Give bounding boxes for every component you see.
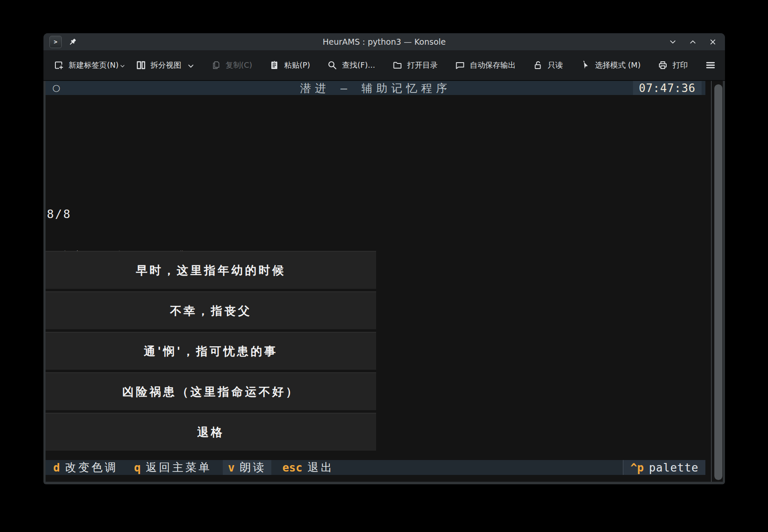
toolbar-label: 打开目录 bbox=[407, 60, 438, 70]
toolbar-button-copy[interactable]: 复制(C) bbox=[211, 60, 253, 70]
key-hint: q bbox=[134, 461, 141, 474]
footer-key-esc[interactable]: esc 退出 bbox=[277, 460, 339, 475]
toolbar-label: 拆分视图 bbox=[151, 60, 181, 70]
key-hint: v bbox=[228, 461, 235, 474]
option-button-2[interactable]: 不幸，指丧父 bbox=[46, 291, 376, 329]
output-bubble-icon bbox=[455, 60, 465, 70]
key-label: palette bbox=[649, 461, 699, 474]
footer-key-palette[interactable]: ^p palette bbox=[624, 460, 705, 475]
footer-key-d[interactable]: d 改变色调 bbox=[48, 460, 123, 475]
copy-icon bbox=[211, 60, 221, 70]
split-view-icon bbox=[136, 60, 146, 70]
toolbar-button-select-mode[interactable]: 选择模式 (M) bbox=[580, 60, 641, 70]
new-tab-icon bbox=[54, 60, 64, 70]
option-button-1[interactable]: 早时，这里指年幼的时候 bbox=[46, 251, 376, 289]
desktop-background: > HeurAMS : python3 — Konsole bbox=[0, 0, 768, 532]
footer-key-v[interactable]: v 朗读 bbox=[223, 460, 271, 475]
toolbar: 新建标签页(N) 拆分视图 bbox=[43, 50, 725, 81]
app-header: ○ 潜进 – 辅助记忆程序 07:47:36 bbox=[46, 81, 705, 95]
hamburger-menu-icon[interactable] bbox=[705, 60, 716, 71]
toolbar-label: 复制(C) bbox=[226, 60, 253, 70]
folder-icon bbox=[392, 60, 403, 70]
toolbar-button-open-directory[interactable]: 打开目录 bbox=[392, 60, 438, 70]
toolbar-label: 查找(F)... bbox=[342, 60, 375, 70]
window-titlebar[interactable]: > HeurAMS : python3 — Konsole bbox=[43, 33, 725, 50]
toolbar-button-split-view[interactable]: 拆分视图 bbox=[136, 60, 194, 70]
scrollbar-thumb[interactable] bbox=[714, 84, 722, 480]
toolbar-label: 选择模式 (M) bbox=[595, 60, 641, 70]
option-button-3[interactable]: 通'悯'，指可忧患的事 bbox=[46, 332, 376, 370]
key-hint: ^p bbox=[630, 461, 644, 474]
app-title: 潜进 – 辅助记忆程序 bbox=[46, 81, 705, 95]
toolbar-label: 粘贴(P) bbox=[284, 60, 310, 70]
konsole-app-icon[interactable]: > bbox=[49, 36, 62, 48]
toolbar-button-paste[interactable]: 粘贴(P) bbox=[269, 60, 310, 70]
maximize-button[interactable] bbox=[689, 38, 696, 46]
terminal-viewport: ○ 潜进 – 辅助记忆程序 07:47:36 8/8 臣密言：臣以险衅，夙遭闵凶… bbox=[46, 81, 723, 482]
key-hint: esc bbox=[282, 461, 302, 474]
key-label: 返回主菜单 bbox=[146, 460, 212, 475]
toolbar-button-read-only[interactable]: 只读 bbox=[533, 60, 563, 70]
footer-key-q[interactable]: q 返回主菜单 bbox=[129, 460, 217, 475]
window-title: HeurAMS : python3 — Konsole bbox=[129, 37, 640, 46]
toolbar-label: 打印 bbox=[673, 60, 688, 70]
app-icon-glyph: > bbox=[54, 38, 57, 45]
paste-icon bbox=[269, 60, 279, 70]
pointer-icon bbox=[580, 60, 590, 70]
header-clock: 07:47:36 bbox=[633, 81, 702, 95]
toolbar-button-autosave-output[interactable]: 自动保存输出 bbox=[455, 60, 516, 70]
toolbar-button-new-tab[interactable]: 新建标签页(N) bbox=[54, 60, 119, 70]
toolbar-label: 只读 bbox=[548, 60, 563, 70]
toolbar-button-print[interactable]: 打印 bbox=[658, 60, 688, 70]
key-label: 改变色调 bbox=[65, 460, 118, 475]
konsole-window: > HeurAMS : python3 — Konsole bbox=[43, 33, 725, 484]
search-icon bbox=[327, 60, 337, 70]
chevron-down-icon bbox=[188, 61, 194, 70]
minimize-button[interactable] bbox=[669, 38, 676, 46]
printer-icon bbox=[658, 60, 668, 70]
unlocked-padlock-icon bbox=[533, 60, 543, 70]
option-button-backspace[interactable]: 退格 bbox=[46, 413, 376, 451]
footer-keybar: d 改变色调 q 返回主菜单 v 朗读 esc 退出 bbox=[46, 460, 705, 475]
key-hint: d bbox=[53, 461, 60, 474]
pin-icon[interactable] bbox=[69, 38, 77, 46]
close-button[interactable] bbox=[709, 38, 716, 46]
toolbar-label: 自动保存输出 bbox=[470, 60, 516, 70]
key-label: 退出 bbox=[308, 460, 334, 475]
chevron-down-icon bbox=[120, 60, 125, 69]
answer-options: 早时，这里指年幼的时候 不幸，指丧父 通'悯'，指可忧患的事 凶险祸患（这里指命… bbox=[46, 251, 376, 451]
option-button-4[interactable]: 凶险祸患（这里指命运不好） bbox=[46, 372, 376, 410]
scrollbar-track[interactable] bbox=[711, 81, 712, 482]
toolbar-button-find[interactable]: 查找(F)... bbox=[327, 60, 375, 70]
toolbar-label: 新建标签页(N) bbox=[69, 60, 119, 70]
key-label: 朗读 bbox=[240, 460, 266, 475]
terminal-line: 8/8 bbox=[47, 207, 221, 221]
